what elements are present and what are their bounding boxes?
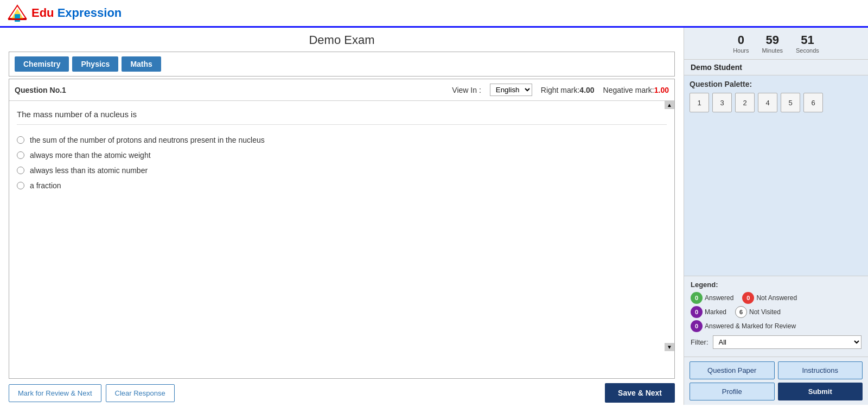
logo-edu: Edu bbox=[31, 6, 54, 20]
filter-row: Filter: All Answered Not Answered Marked… bbox=[691, 335, 861, 349]
right-panel: 0 Hours 59 Minutes 51 Seconds Demo Stude… bbox=[684, 28, 868, 405]
palette-btn-3[interactable]: 3 bbox=[712, 93, 732, 112]
palette-btn-5[interactable]: 5 bbox=[781, 93, 800, 112]
legend-marked-label: Marked bbox=[705, 308, 726, 316]
legend-not-visited: 6 Not Visited bbox=[735, 306, 781, 318]
question-header: Question No.1 View In : English Right ma… bbox=[9, 79, 674, 101]
instructions-button[interactable]: Instructions bbox=[778, 361, 863, 379]
timer-seconds: 51 Seconds bbox=[796, 33, 819, 54]
option-text-2: always more than the atomic weight bbox=[30, 151, 151, 160]
profile-button[interactable]: Profile bbox=[690, 383, 775, 400]
legend-answered: 0 Answered bbox=[691, 292, 733, 304]
logo-icon bbox=[7, 3, 28, 23]
student-name: Demo Student bbox=[684, 60, 868, 75]
timer-seconds-label: Seconds bbox=[796, 47, 819, 54]
scroll-down-arrow[interactable]: ▼ bbox=[665, 343, 674, 351]
exam-title: Demo Exam bbox=[9, 28, 675, 52]
legend-row-3: 0 Answered & Marked for Review bbox=[691, 320, 861, 332]
legend-answered-marked-label: Answered & Marked for Review bbox=[705, 322, 796, 330]
filter-select[interactable]: All Answered Not Answered Marked Not Vis… bbox=[713, 335, 862, 349]
badge-answered: 0 bbox=[691, 292, 703, 304]
legend-not-answered: 0 Not Answered bbox=[742, 292, 797, 304]
legend-not-answered-label: Not Answered bbox=[756, 294, 797, 302]
legend-answered-marked: 0 Answered & Marked for Review bbox=[691, 320, 796, 332]
option-radio-1[interactable] bbox=[17, 136, 24, 144]
badge-not-visited: 6 bbox=[735, 306, 747, 318]
timer-minutes-value: 59 bbox=[766, 33, 779, 47]
svg-rect-3 bbox=[8, 18, 27, 20]
main-layout: Demo Exam Chemistry Physics Maths Questi… bbox=[0, 28, 868, 405]
option-radio-4[interactable] bbox=[17, 182, 24, 189]
legend-title: Legend: bbox=[691, 281, 861, 289]
timer-minutes-label: Minutes bbox=[762, 47, 783, 54]
legend-answered-label: Answered bbox=[705, 294, 733, 302]
palette-btn-4[interactable]: 4 bbox=[758, 93, 777, 112]
list-item[interactable]: always more than the atomic weight bbox=[17, 151, 667, 160]
right-mark-value: 4.00 bbox=[579, 86, 594, 94]
logo-area: Edu Expression bbox=[7, 3, 122, 23]
question-meta: View In : English Right mark:4.00 Negati… bbox=[452, 84, 669, 96]
palette-btn-1[interactable]: 1 bbox=[690, 93, 709, 112]
badge-answered-marked: 0 bbox=[691, 320, 703, 332]
clear-response-button[interactable]: Clear Response bbox=[106, 384, 175, 402]
question-area: Question No.1 View In : English Right ma… bbox=[9, 79, 675, 379]
save-next-button[interactable]: Save & Next bbox=[605, 383, 675, 403]
option-radio-3[interactable] bbox=[17, 167, 24, 174]
timer-minutes: 59 Minutes bbox=[762, 33, 783, 54]
scroll-up-arrow[interactable]: ▲ bbox=[665, 101, 674, 109]
left-panel: Demo Exam Chemistry Physics Maths Questi… bbox=[0, 28, 684, 405]
negative-mark-label: Negative mark:1.00 bbox=[603, 86, 669, 94]
svg-rect-2 bbox=[15, 14, 20, 22]
badge-marked: 0 bbox=[691, 306, 703, 318]
palette-btn-2[interactable]: 2 bbox=[735, 93, 755, 112]
legend-marked: 0 Marked bbox=[691, 306, 726, 318]
option-text-1: the sum of the number of protons and neu… bbox=[30, 136, 265, 144]
subject-tabs: Chemistry Physics Maths bbox=[15, 56, 669, 72]
filter-label: Filter: bbox=[691, 338, 709, 346]
legend-section: Legend: 0 Answered 0 Not Answered 0 Mark… bbox=[684, 276, 868, 357]
logo-text: Edu Expression bbox=[31, 6, 122, 20]
palette-btn-6[interactable]: 6 bbox=[803, 93, 823, 112]
tab-maths[interactable]: Maths bbox=[122, 56, 161, 72]
logo-expression: Expression bbox=[54, 6, 122, 20]
list-item[interactable]: a fraction bbox=[17, 181, 667, 190]
right-mark-label: Right mark:4.00 bbox=[541, 86, 595, 94]
badge-not-answered: 0 bbox=[742, 292, 754, 304]
palette-section: Question Palette: 1 3 2 4 5 6 bbox=[684, 75, 868, 276]
question-paper-button[interactable]: Question Paper bbox=[690, 361, 775, 379]
view-in-select[interactable]: English bbox=[490, 84, 532, 96]
action-buttons: Question Paper Instructions Profile Subm… bbox=[684, 357, 868, 405]
bottom-buttons: Mark for Review & Next Clear Response Sa… bbox=[9, 379, 675, 405]
palette-grid: 1 3 2 4 5 6 bbox=[690, 93, 863, 112]
mark-review-button[interactable]: Mark for Review & Next bbox=[9, 384, 101, 402]
legend-not-visited-label: Not Visited bbox=[749, 308, 781, 316]
option-radio-2[interactable] bbox=[17, 151, 24, 159]
question-content: The mass number of a nucleus is the sum … bbox=[9, 101, 674, 378]
submit-button[interactable]: Submit bbox=[778, 383, 863, 400]
timer-hours: 0 Hours bbox=[733, 33, 749, 54]
option-text-3: always less than its atomic number bbox=[30, 166, 148, 175]
header: Edu Expression bbox=[0, 0, 868, 28]
tab-physics[interactable]: Physics bbox=[72, 56, 118, 72]
question-text: The mass number of a nucleus is bbox=[17, 110, 667, 125]
options-list: the sum of the number of protons and neu… bbox=[17, 136, 667, 190]
list-item[interactable]: always less than its atomic number bbox=[17, 166, 667, 175]
question-number: Question No.1 bbox=[15, 86, 66, 94]
legend-row-2: 0 Marked 6 Not Visited bbox=[691, 306, 861, 318]
option-text-4: a fraction bbox=[30, 181, 61, 190]
legend-row-1: 0 Answered 0 Not Answered bbox=[691, 292, 861, 304]
tab-chemistry[interactable]: Chemistry bbox=[15, 56, 69, 72]
timer-seconds-value: 51 bbox=[801, 33, 814, 47]
palette-title: Question Palette: bbox=[690, 80, 863, 88]
view-in-label: View In : bbox=[452, 86, 481, 94]
timer-hours-label: Hours bbox=[733, 47, 749, 54]
subject-tabs-container: Chemistry Physics Maths bbox=[9, 52, 675, 77]
negative-mark-value: 1.00 bbox=[654, 86, 669, 94]
timer-hours-value: 0 bbox=[738, 33, 744, 47]
list-item[interactable]: the sum of the number of protons and neu… bbox=[17, 136, 667, 144]
timer-box: 0 Hours 59 Minutes 51 Seconds bbox=[684, 28, 868, 60]
